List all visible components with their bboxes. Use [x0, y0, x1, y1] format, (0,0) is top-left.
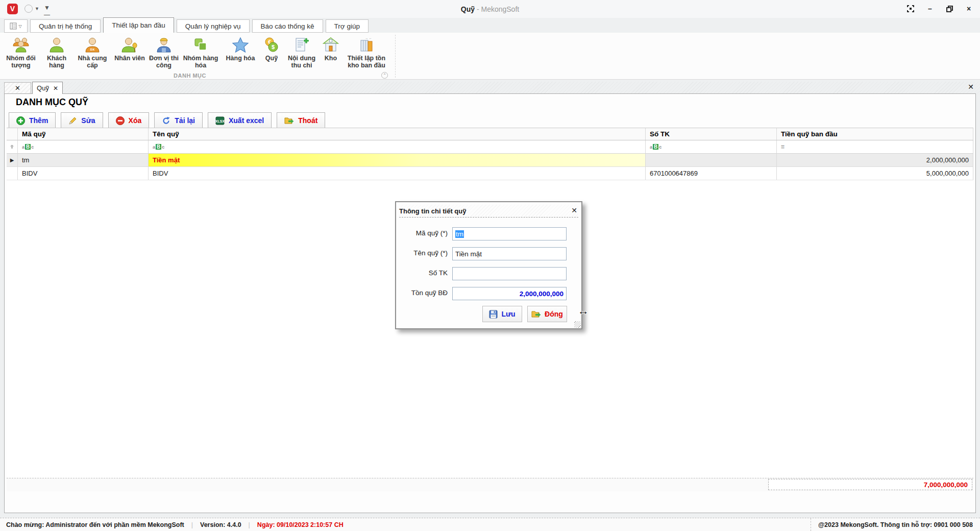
field-ten-quy: Tên quỹ (*) Tiền mặt: [396, 247, 581, 260]
ribbon-item-quy[interactable]: € $ Quỹ: [259, 36, 284, 62]
numeric-filter-icon: =: [781, 143, 785, 151]
grid-footer: 7,000,000,000: [7, 478, 973, 491]
document-tab-quy[interactable]: Quỹ ✕: [32, 82, 63, 94]
xoa-button[interactable]: Xóa: [108, 112, 150, 129]
table-row-bidv[interactable]: BIDV BIDV 6701000647869 5,000,000,000: [7, 167, 973, 180]
fit-screen-button[interactable]: [904, 3, 917, 14]
luu-button[interactable]: Lưu: [482, 306, 522, 322]
tab-quan-tri-he-thong[interactable]: Quản trị hệ thống: [30, 19, 101, 33]
statusbar-separator: |: [249, 521, 250, 528]
table-row-tm[interactable]: ▶ tm Tiền mặt 2,000,000,000: [7, 154, 973, 167]
xuat-excel-button[interactable]: XLSX Xuất excel: [208, 112, 272, 129]
restore-button[interactable]: [943, 3, 955, 14]
filter-cell-so-tk[interactable]: aBc: [646, 140, 777, 153]
ribbon-item-hang-hoa[interactable]: Hàng hóa: [222, 36, 259, 62]
cell-tien-quy[interactable]: 5,000,000,000: [777, 167, 973, 180]
field-label: Tên quỹ (*): [413, 249, 448, 257]
tab-close-icon[interactable]: ✕: [53, 85, 58, 92]
cell-ma-quy[interactable]: tm: [18, 154, 149, 166]
ribbon-item-nhom-doi-tuong[interactable]: Nhóm đối tượng: [2, 36, 40, 69]
worker-icon: [156, 37, 172, 53]
thoat-button[interactable]: Thoát: [277, 112, 325, 129]
tab-thiet-lap-ban-dau[interactable]: Thiết lập ban đầu: [103, 17, 174, 33]
people-group-icon: [12, 37, 30, 53]
ribbon-item-nhom-hang-hoa[interactable]: Nhóm hàng hóa: [180, 36, 222, 69]
warehouse-icon: [323, 37, 339, 53]
ribbon-item-label: Quỹ: [265, 55, 278, 62]
them-button[interactable]: Thêm: [9, 112, 56, 129]
cell-ma-quy[interactable]: BIDV: [18, 167, 149, 180]
plus-circle-icon: [16, 116, 25, 125]
product-group-icon: [192, 37, 209, 53]
resize-cursor-icon: ↔: [578, 304, 589, 318]
ribbon-group-danh-muc: Nhóm đối tượng Khách hàng DX Nhà cung cấ…: [0, 33, 395, 80]
statusbar-divider: [811, 518, 811, 531]
ribbon-group-separator: [395, 35, 396, 78]
filter-cell-ma-quy[interactable]: aBc: [18, 140, 149, 153]
current-row-arrow-icon: ▶: [10, 157, 14, 163]
ribbon-collapse-icon[interactable]: ⌃: [381, 72, 388, 79]
close-button[interactable]: ×: [963, 3, 975, 14]
statusbar-welcome: Chào mừng: Administrator đến với phần mề…: [6, 521, 184, 528]
text-filter-icon: aBc: [153, 144, 164, 150]
button-label: Xóa: [129, 116, 142, 125]
tab-quan-ly-nghiep-vu[interactable]: Quản lý nghiệp vụ: [177, 19, 250, 33]
column-header-so-tk[interactable]: Số TK: [646, 128, 777, 140]
tabstrip-close-icon[interactable]: ✕: [968, 83, 974, 91]
ten-quy-input[interactable]: Tiền mặt: [452, 247, 567, 260]
statusbar-separator: |: [191, 521, 193, 528]
tab-tro-giup[interactable]: Trợ giúp: [326, 19, 369, 33]
column-header-ma-quy[interactable]: Mã quỹ: [18, 128, 149, 140]
document-tabstrip: ✕ Quỹ ✕ ✕: [0, 82, 980, 94]
filter-cell-tien-quy[interactable]: =: [777, 140, 973, 153]
ma-quy-input[interactable]: tm: [452, 227, 567, 240]
dialog-close-icon[interactable]: ✕: [571, 206, 577, 214]
dong-button[interactable]: Đóng: [527, 306, 567, 322]
ribbon-item-khach-hang[interactable]: Khách hàng: [40, 36, 74, 69]
ribbon-item-label: Nhà cung cấp: [74, 55, 111, 69]
footer-total-value: 7,000,000,000: [768, 479, 972, 490]
highlighted-text: Tiền mặt: [153, 156, 180, 164]
cell-tien-quy[interactable]: 2,000,000,000: [777, 154, 973, 166]
app-logo-icon[interactable]: V: [7, 4, 18, 14]
dialog-resize-grip[interactable]: [574, 321, 581, 328]
chevron-down-icon: ▽: [18, 24, 21, 29]
ribbon-item-don-vi-thi-cong[interactable]: Đơn vị thi công: [148, 36, 180, 69]
header-indicator-cell: [7, 128, 18, 140]
ton-quy-bd-input[interactable]: 2,000,000,000: [452, 287, 567, 300]
quick-access-customize-icon[interactable]: ▼—: [44, 4, 50, 18]
minimize-button[interactable]: –: [924, 3, 936, 14]
so-tk-input[interactable]: [452, 267, 567, 280]
quick-access-dropdown-icon[interactable]: ▼: [35, 6, 39, 11]
ribbon-item-thiet-lap-ton-kho[interactable]: → ← Thiết lập tồn kho ban đầu: [342, 36, 391, 69]
dialog-title: Thông tin chi tiết quỹ: [399, 207, 466, 215]
cell-ten-quy[interactable]: Tiền mặt: [149, 154, 646, 166]
close-folder-icon: [531, 310, 541, 318]
ribbon-item-noi-dung-thu-chi[interactable]: Nội dung thu chi: [284, 36, 320, 69]
close-all-tabs-button[interactable]: ✕: [4, 82, 31, 94]
filter-cell-ten-quy[interactable]: aBc: [149, 140, 646, 153]
tai-lai-button[interactable]: Tải lại: [154, 112, 203, 129]
sua-button[interactable]: Sửa: [61, 112, 103, 129]
window-titlebar: V ▼ ▼— Quỹ - MekongSoft – ×: [0, 0, 980, 18]
ribbon-item-nhan-vien[interactable]: Nhân viên: [111, 36, 148, 62]
button-label: Tải lại: [175, 116, 195, 125]
ribbon-item-label: Thiết lập tồn kho ban đầu: [342, 55, 391, 69]
grid-header-row: Mã quỹ Tên quỹ Số TK Tiền quỹ ban đầu: [7, 128, 973, 140]
dialog-titlebar[interactable]: Thông tin chi tiết quỹ ✕: [399, 205, 578, 218]
employee-icon: [121, 37, 138, 53]
tab-bao-cao-thong-ke[interactable]: Báo cáo thống kê: [252, 19, 323, 33]
text-filter-icon: aBc: [22, 144, 34, 150]
svg-text:DX: DX: [90, 48, 94, 51]
statusbar: Chào mừng: Administrator đến với phần mề…: [0, 518, 980, 531]
cell-so-tk[interactable]: 6701000647869: [646, 167, 777, 180]
column-header-tien-quy-ban-dau[interactable]: Tiền quỹ ban đầu: [777, 128, 973, 140]
menu-apps-button[interactable]: ▽: [4, 19, 28, 33]
ribbon-item-nha-cung-cap[interactable]: DX Nhà cung cấp: [74, 36, 111, 69]
ribbon-item-kho[interactable]: Kho: [320, 36, 342, 62]
column-header-ten-quy[interactable]: Tên quỹ: [149, 128, 646, 140]
cell-so-tk[interactable]: [646, 154, 777, 166]
quick-access-circle-icon[interactable]: [24, 5, 33, 13]
cell-ten-quy[interactable]: BIDV: [149, 167, 646, 180]
button-label: Sửa: [81, 116, 95, 125]
